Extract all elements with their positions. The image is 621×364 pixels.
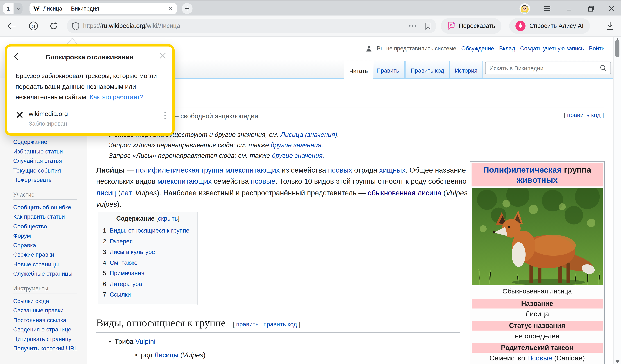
- inline-link[interactable]: лат.: [121, 189, 133, 197]
- inline-link[interactable]: животных: [517, 175, 557, 184]
- sidebar-item[interactable]: Как править статьи: [13, 212, 79, 222]
- menu-button[interactable]: [543, 4, 552, 13]
- text-segment: Vulpes: [446, 189, 468, 197]
- user-link[interactable]: Создать учётную запись: [520, 46, 584, 52]
- tab-counter-button[interactable]: 1: [3, 3, 22, 14]
- sidebar-item[interactable]: Содержание: [13, 137, 79, 147]
- toc-link[interactable]: Виды, относящиеся к группе: [110, 225, 190, 236]
- inline-link[interactable]: править: [236, 321, 259, 328]
- text-segment: Родительский таксон: [501, 344, 573, 352]
- toc-item[interactable]: 2Галерея: [103, 236, 193, 247]
- inline-link[interactable]: скрыть: [158, 215, 178, 222]
- inline-link[interactable]: псовых: [328, 166, 352, 174]
- inline-link[interactable]: млекопитающих: [157, 177, 212, 186]
- sidebar-item[interactable]: Случайная статья: [13, 156, 79, 166]
- inline-link[interactable]: править код: [567, 112, 601, 118]
- scrollbar[interactable]: [613, 37, 621, 364]
- sidebar-item[interactable]: Получить короткий URL: [13, 344, 79, 353]
- toc-link[interactable]: Литература: [110, 278, 142, 289]
- sidebar-item[interactable]: Постоянная ссылка: [13, 315, 79, 325]
- inline-link[interactable]: Полифилетическая: [483, 165, 562, 174]
- sidebar-item[interactable]: Текущие события: [13, 166, 79, 175]
- toc-item[interactable]: 4См. также: [103, 257, 193, 268]
- avatar[interactable]: [519, 3, 530, 14]
- sidebar-item[interactable]: Служебные страницы: [13, 269, 79, 278]
- inline-link[interactable]: обыкновенная лисица: [368, 189, 441, 197]
- toc-item[interactable]: 1Виды, относящиеся к группе: [103, 225, 193, 236]
- toc-item[interactable]: 7Ссылки: [103, 289, 193, 300]
- sidebar-item[interactable]: Пожертвовать: [13, 175, 79, 185]
- user-link[interactable]: Войти: [589, 46, 605, 52]
- inline-link[interactable]: Как это работает?: [90, 94, 143, 100]
- sidebar-item[interactable]: Новые страницы: [13, 259, 79, 269]
- inline-link[interactable]: другие значения: [272, 152, 323, 159]
- url-scheme: https://: [83, 22, 102, 29]
- sidebar-item[interactable]: Сообщить об ошибке: [13, 203, 79, 212]
- toc-item[interactable]: 6Литература: [103, 278, 193, 289]
- view-tab-4[interactable]: История: [449, 61, 483, 79]
- tab-close-icon[interactable]: [169, 6, 173, 11]
- retell-button[interactable]: Пересказать: [441, 18, 501, 34]
- text-segment: ): [203, 351, 206, 359]
- view-tab-3[interactable]: Править код: [405, 61, 449, 79]
- popup-close-icon[interactable]: [159, 52, 166, 59]
- inline-link[interactable]: псовые: [251, 177, 275, 186]
- text-segment: ]: [601, 112, 604, 118]
- user-link[interactable]: Вклад: [499, 46, 515, 52]
- toc-link[interactable]: Галерея: [110, 236, 133, 247]
- sidebar-item[interactable]: Форум: [13, 231, 79, 240]
- yandex-button[interactable]: Я: [29, 21, 38, 31]
- kebab-menu-icon[interactable]: [164, 112, 166, 119]
- sidebar-item[interactable]: Избранные статьи: [13, 147, 79, 156]
- toc-link[interactable]: См. также: [110, 257, 138, 268]
- chevron-down-icon[interactable]: [14, 3, 23, 14]
- back-button[interactable]: [7, 21, 16, 31]
- tab-counter-value[interactable]: 1: [3, 3, 14, 14]
- toc-link[interactable]: Лисы в культуре: [110, 247, 155, 257]
- sidebar-item[interactable]: Ссылки сюда: [13, 296, 79, 306]
- text-segment: семейства: [212, 177, 251, 186]
- sidebar-item[interactable]: Свежие правки: [13, 250, 79, 259]
- sidebar-item[interactable]: Сообщество: [13, 222, 79, 231]
- text-segment: нескольких видов: [96, 177, 157, 186]
- minimize-button[interactable]: [564, 4, 574, 13]
- restore-button[interactable]: [586, 4, 595, 13]
- inline-link[interactable]: млекопитающих: [225, 166, 280, 174]
- view-tab-1[interactable]: Читать: [344, 61, 373, 79]
- inline-link[interactable]: Лисицы: [154, 351, 178, 359]
- inline-link[interactable]: Псовые: [527, 354, 552, 362]
- toc-item[interactable]: 3Лисы в культуре: [103, 247, 193, 257]
- inline-link[interactable]: Vulpini: [135, 338, 155, 345]
- inline-link[interactable]: другие значения: [271, 142, 321, 149]
- user-link[interactable]: Обсуждение: [461, 46, 494, 52]
- shield-icon[interactable]: [72, 22, 79, 30]
- bookmark-icon[interactable]: [425, 22, 431, 30]
- reload-button[interactable]: [49, 21, 58, 31]
- browser-tab[interactable]: W Лисица — Википедия: [30, 3, 177, 15]
- sidebar-item[interactable]: Цитировать страницу: [13, 334, 79, 344]
- inline-link[interactable]: править код: [263, 321, 297, 328]
- wiki-search-box[interactable]: Искать в Википедии: [485, 62, 611, 75]
- toc-link[interactable]: Примечания: [110, 268, 145, 279]
- sidebar-item[interactable]: Сведения о странице: [13, 325, 79, 334]
- sidebar-item[interactable]: Справка: [13, 240, 79, 250]
- new-tab-button[interactable]: [182, 3, 192, 14]
- ask-alice-button[interactable]: Спросить Алису AI: [509, 18, 590, 34]
- scroll-down-icon[interactable]: [616, 361, 620, 363]
- scrollbar-thumb[interactable]: [615, 40, 620, 58]
- toc-link[interactable]: Ссылки: [110, 289, 131, 300]
- fox-photo[interactable]: [472, 188, 603, 286]
- address-bar[interactable]: https://ru.wikipedia.org/wiki/Лисица: [67, 19, 436, 33]
- close-window-button[interactable]: [607, 4, 616, 13]
- inline-link[interactable]: хищных: [379, 166, 406, 174]
- inline-link[interactable]: полифилетическая группа: [136, 166, 223, 174]
- search-icon[interactable]: [600, 65, 607, 71]
- inline-link[interactable]: лисиц: [96, 189, 116, 197]
- inline-link[interactable]: Лисица (значения): [280, 131, 337, 138]
- downloads-button[interactable]: [605, 21, 615, 31]
- more-icon[interactable]: [409, 25, 416, 27]
- text-segment: ). Наиболее известный и распространённый…: [157, 189, 368, 197]
- toc-item[interactable]: 5Примечания: [103, 268, 193, 279]
- view-tab-2[interactable]: Править: [371, 61, 405, 79]
- sidebar-item[interactable]: Связанные правки: [13, 306, 79, 315]
